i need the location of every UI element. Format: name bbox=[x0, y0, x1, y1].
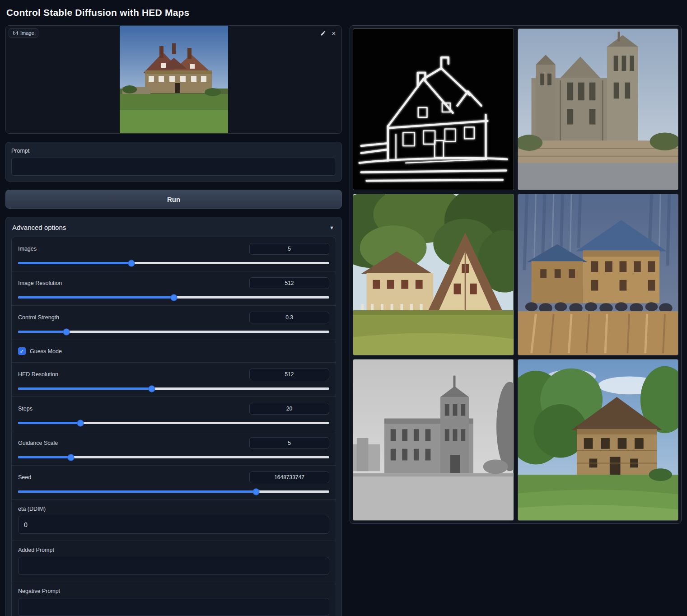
guess-mode-label[interactable]: Guess Mode bbox=[30, 348, 62, 355]
hed-resolution-label: HED Resolution bbox=[18, 371, 58, 378]
guidance-scale-slider[interactable] bbox=[18, 456, 329, 458]
slider-row-control-strength: Control Strength bbox=[12, 306, 336, 340]
slider-row-image-resolution: Image Resolution bbox=[12, 271, 336, 306]
gallery-image-hed-map[interactable] bbox=[353, 28, 514, 190]
result-gallery bbox=[350, 25, 682, 524]
gallery-image-grayscale-building[interactable] bbox=[353, 359, 514, 521]
control-strength-slider[interactable] bbox=[18, 331, 329, 333]
advanced-options-form: Images Image Resolution bbox=[11, 237, 336, 616]
steps-slider-handle[interactable] bbox=[77, 420, 84, 426]
app-root: Control Stable Diffusion with HED Maps I… bbox=[0, 0, 687, 616]
image-resolution-slider[interactable] bbox=[18, 296, 329, 299]
eta-row: eta (DDIM) bbox=[12, 500, 336, 541]
guess-mode-checkbox[interactable]: ✓ bbox=[18, 347, 26, 355]
gallery-image-rainy-painting[interactable] bbox=[518, 194, 679, 355]
main-columns: Image × bbox=[5, 25, 682, 616]
results-column bbox=[350, 25, 682, 524]
slider-row-guidance-scale: Guidance Scale bbox=[12, 431, 336, 466]
gallery-image-painted-house[interactable] bbox=[353, 194, 514, 355]
uploaded-image bbox=[120, 25, 228, 134]
guidance-scale-slider-handle[interactable] bbox=[68, 454, 75, 461]
clear-image-button[interactable]: × bbox=[329, 28, 339, 38]
guidance-scale-slider-fill bbox=[18, 456, 71, 458]
prompt-label: Prompt bbox=[11, 148, 336, 154]
slider-row-images: Images bbox=[12, 237, 336, 271]
image-icon bbox=[13, 30, 18, 36]
control-strength-slider-fill bbox=[18, 331, 66, 333]
steps-slider-fill bbox=[18, 422, 80, 424]
gallery-grid bbox=[353, 28, 678, 521]
check-icon: ✓ bbox=[19, 349, 24, 354]
negative-prompt-input[interactable] bbox=[18, 598, 329, 616]
image-input-label: Image bbox=[20, 30, 34, 36]
edit-image-button[interactable] bbox=[318, 28, 328, 38]
controls-column: Image × bbox=[5, 25, 342, 616]
images-value-input[interactable] bbox=[249, 243, 329, 255]
image-resolution-slider-handle[interactable] bbox=[170, 294, 177, 301]
advanced-options-header[interactable]: Advanced options ▼ bbox=[11, 223, 336, 237]
gallery-image-country-house[interactable] bbox=[518, 359, 679, 521]
seed-slider-fill bbox=[18, 490, 256, 493]
page-title: Control Stable Diffusion with HED Maps bbox=[6, 7, 682, 18]
negative-prompt-row: Negative Prompt bbox=[12, 582, 336, 616]
added-prompt-row: Added Prompt bbox=[12, 541, 336, 582]
added-prompt-input[interactable] bbox=[18, 557, 329, 575]
added-prompt-label: Added Prompt bbox=[18, 547, 329, 553]
slider-row-steps: Steps bbox=[12, 397, 336, 431]
image-actions: × bbox=[318, 28, 339, 38]
control-strength-value-input[interactable] bbox=[249, 312, 329, 323]
guidance-scale-label: Guidance Scale bbox=[18, 440, 58, 446]
images-slider-fill bbox=[18, 262, 131, 264]
steps-slider[interactable] bbox=[18, 422, 329, 424]
image-input-label-badge: Image bbox=[9, 28, 38, 37]
seed-slider-handle[interactable] bbox=[253, 488, 260, 495]
guess-mode-row[interactable]: ✓ Guess Mode bbox=[12, 340, 336, 363]
image-input-dropzone[interactable]: Image × bbox=[5, 25, 342, 134]
steps-label: Steps bbox=[18, 406, 33, 412]
eta-input[interactable] bbox=[18, 516, 329, 534]
images-slider-handle[interactable] bbox=[128, 260, 135, 266]
advanced-options-title: Advanced options bbox=[12, 224, 66, 231]
control-strength-label: Control Strength bbox=[18, 314, 59, 321]
image-resolution-label: Image Resolution bbox=[18, 280, 62, 286]
slider-row-hed-resolution: HED Resolution bbox=[12, 363, 336, 397]
seed-slider[interactable] bbox=[18, 490, 329, 493]
steps-value-input[interactable] bbox=[249, 403, 329, 415]
images-slider[interactable] bbox=[18, 262, 329, 264]
hed-resolution-slider[interactable] bbox=[18, 387, 329, 390]
eta-label: eta (DDIM) bbox=[18, 506, 329, 512]
images-label: Images bbox=[18, 246, 37, 252]
gallery-image-cathedral[interactable] bbox=[518, 28, 679, 190]
prompt-block: Prompt bbox=[5, 142, 342, 182]
negative-prompt-label: Negative Prompt bbox=[18, 588, 329, 594]
guidance-scale-value-input[interactable] bbox=[249, 437, 329, 449]
run-button[interactable]: Run bbox=[5, 190, 342, 209]
pencil-icon bbox=[320, 30, 326, 36]
control-strength-slider-handle[interactable] bbox=[63, 328, 70, 335]
hed-resolution-slider-handle[interactable] bbox=[149, 385, 155, 392]
prompt-input[interactable] bbox=[11, 158, 336, 176]
chevron-down-icon: ▼ bbox=[329, 225, 334, 230]
seed-value-input[interactable] bbox=[249, 471, 329, 483]
hed-resolution-slider-fill bbox=[18, 387, 152, 390]
advanced-options-panel: Advanced options ▼ Images bbox=[5, 217, 342, 616]
hed-resolution-value-input[interactable] bbox=[249, 369, 329, 380]
image-resolution-slider-fill bbox=[18, 296, 174, 299]
image-resolution-value-input[interactable] bbox=[249, 277, 329, 289]
slider-row-seed: Seed bbox=[12, 466, 336, 500]
seed-label: Seed bbox=[18, 474, 31, 481]
